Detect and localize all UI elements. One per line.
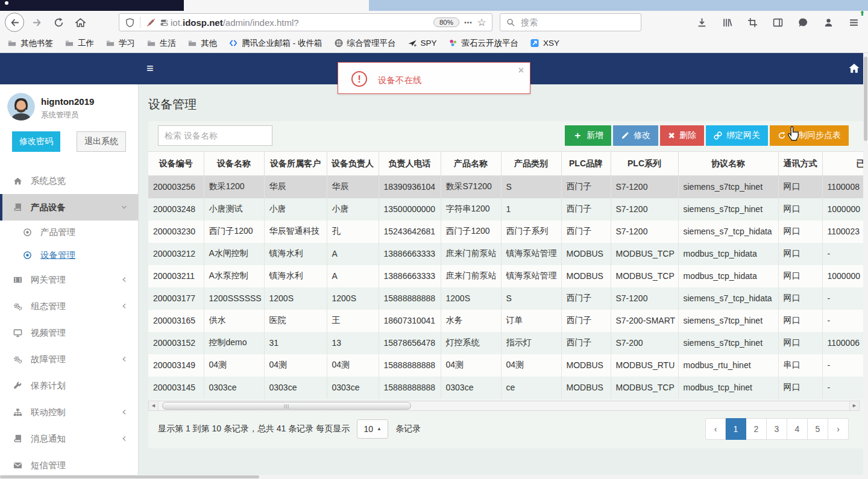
- url-bar[interactable]: iot.idosp.net/admin/index.html? 80% ••• …: [119, 13, 492, 31]
- sidebar-item-网关管理[interactable]: 网关管理: [0, 266, 138, 293]
- sidebar-item-产品设备[interactable]: 产品设备: [0, 194, 138, 221]
- table-row[interactable]: 200003212A水闸控制镇海水利A13886663333庶来门前泵站镇海泵站…: [148, 243, 863, 265]
- table-row[interactable]: 20000314904测04测04测1588888888804测04测MODBU…: [148, 354, 863, 377]
- scroll-right-arrow[interactable]: ►: [849, 401, 859, 410]
- sidebar-item-系统总览[interactable]: 系统总览: [0, 167, 138, 194]
- page-next-button[interactable]: ›: [828, 418, 849, 440]
- sidebar-item-联动控制[interactable]: 联动控制: [0, 399, 138, 425]
- sidebar-item-视频管理[interactable]: 视频管理: [0, 319, 138, 346]
- scroll-left-arrow[interactable]: ◄: [149, 401, 159, 410]
- avatar[interactable]: [7, 93, 35, 121]
- table-row[interactable]: 200003248小唐测试小唐小唐13500000000字符串12001西门子S…: [148, 198, 863, 221]
- sidebars-button[interactable]: [769, 13, 787, 31]
- column-header[interactable]: 设备编号: [148, 152, 204, 176]
- column-header[interactable]: PLC系列: [611, 152, 678, 176]
- downloads-button[interactable]: [693, 13, 711, 31]
- column-header[interactable]: 设备负责人: [327, 152, 379, 176]
- bookmark-item[interactable]: 生活: [146, 38, 176, 49]
- page-button-3[interactable]: 3: [767, 418, 787, 440]
- table-row[interactable]: 2000031450303ce0303ce0303ce1588888888803…: [148, 377, 863, 399]
- bookmark-star-icon[interactable]: ☆: [475, 16, 488, 29]
- bookmark-item[interactable]: 其他书签: [7, 38, 53, 49]
- url-text[interactable]: iot.idosp.net/admin/index.html?: [171, 17, 431, 28]
- page-actions-icon[interactable]: •••: [462, 19, 475, 26]
- table-cell: 数采S71200: [441, 176, 501, 198]
- change-password-button[interactable]: 修改密码: [12, 131, 60, 152]
- table-row[interactable]: 200003165供水医院王18607310041水务订单西门子S7-200-S…: [148, 310, 863, 332]
- sidebar-item-产品管理[interactable]: 产品管理: [0, 221, 138, 243]
- table-row[interactable]: 200003211A水泵控制镇海水利A13886663333庶来门前泵站镇海泵站…: [148, 265, 863, 287]
- zoom-level-badge[interactable]: 80%: [433, 17, 459, 27]
- force-sync-button[interactable]: 强制同步点表: [770, 125, 849, 146]
- sidebar-item-保养计划[interactable]: 保养计划: [0, 372, 138, 399]
- column-header[interactable]: 设备所属客户: [264, 152, 327, 176]
- delete-button[interactable]: ✖删除: [660, 125, 704, 146]
- table-cell: 网口: [778, 310, 822, 332]
- table-cell: 小唐: [327, 198, 379, 221]
- sidebar-toggle-icon[interactable]: ≡: [146, 63, 157, 74]
- back-button[interactable]: [5, 13, 24, 32]
- library-icon: [722, 17, 732, 28]
- bookmark-item[interactable]: 学习: [105, 38, 135, 49]
- permissions-icon[interactable]: [157, 18, 171, 27]
- page-button-2[interactable]: 2: [746, 418, 767, 440]
- sidebar-item-组态管理[interactable]: 组态管理: [0, 293, 138, 319]
- scrollbar-thumb[interactable]: |||: [162, 402, 411, 410]
- table-row[interactable]: 200003152控制demo311315878656478灯控系统指示灯西门子…: [148, 332, 863, 354]
- bookmark-item[interactable]: 综合管理平台: [334, 38, 396, 49]
- table-row[interactable]: 200003256数采1200华辰华辰18390936104数采S71200S西…: [148, 176, 863, 198]
- bookmark-item[interactable]: 其他: [187, 38, 217, 49]
- device-search-input[interactable]: [158, 125, 272, 146]
- navbar-home-icon[interactable]: [849, 63, 860, 75]
- page-prev-button[interactable]: ‹: [705, 418, 726, 440]
- column-header[interactable]: 负责人电话: [379, 152, 441, 176]
- bookmark-item[interactable]: SPY: [407, 39, 437, 48]
- vscrollbar-thumb[interactable]: [864, 57, 867, 141]
- bookmark-label: 其他书签: [20, 38, 53, 49]
- bookmark-item[interactable]: 工作: [64, 38, 94, 49]
- sidebar-item-短信管理[interactable]: 短信管理: [0, 452, 138, 475]
- browser-active-tab[interactable]: [0, 0, 184, 11]
- page-button-5[interactable]: 5: [808, 418, 828, 440]
- sidebar-item-故障管理[interactable]: 故障管理: [0, 346, 138, 372]
- column-header[interactable]: 产品类别: [501, 152, 561, 176]
- hscrollbar-thumb[interactable]: [0, 475, 259, 478]
- window-vertical-scrollbar[interactable]: [863, 53, 868, 475]
- pocket-button[interactable]: [794, 13, 812, 31]
- page-button-4[interactable]: 4: [787, 418, 808, 440]
- account-button[interactable]: [819, 13, 837, 31]
- column-header[interactable]: 产品名称: [441, 152, 501, 176]
- page-size-dropdown[interactable]: 10▲: [357, 419, 388, 439]
- column-header[interactable]: PLC品牌: [561, 152, 611, 176]
- column-header[interactable]: 协议名称: [678, 152, 778, 176]
- menu-button[interactable]: ⬆: [844, 13, 863, 31]
- browser-search-box[interactable]: [500, 13, 641, 31]
- blocked-pencil-icon[interactable]: [144, 18, 157, 27]
- reload-button[interactable]: [49, 13, 68, 31]
- column-header[interactable]: 通讯方式: [778, 152, 822, 176]
- bookmark-item[interactable]: 腾讯企业邮箱 - 收件箱: [228, 38, 322, 49]
- forward-button[interactable]: [28, 13, 46, 31]
- page-button-1[interactable]: 1: [726, 418, 746, 440]
- add-button[interactable]: ＋新增: [565, 125, 611, 146]
- table-row[interactable]: 200003230西门子1200华辰智通科技孔15243642681西门子120…: [148, 221, 863, 243]
- logout-button[interactable]: 退出系统: [77, 131, 126, 152]
- column-header[interactable]: 已绑定网关: [822, 152, 863, 176]
- window-horizontal-scrollbar[interactable]: [0, 475, 868, 479]
- column-header[interactable]: 设备名称: [204, 152, 264, 176]
- sidebar-item-消息通知[interactable]: 消息通知: [0, 425, 138, 452]
- sidebar-item-设备管理[interactable]: 设备管理: [0, 243, 138, 266]
- browser-search-input[interactable]: [521, 17, 636, 27]
- screenshot-button[interactable]: [743, 13, 761, 31]
- table-cell: A水泵控制: [204, 265, 264, 287]
- alert-close-icon[interactable]: ×: [518, 65, 524, 76]
- bookmark-item[interactable]: XSY: [530, 39, 559, 48]
- bookmark-item[interactable]: 萤石云开放平台: [448, 38, 519, 49]
- library-button[interactable]: [718, 13, 736, 31]
- table-row[interactable]: 2000031771200SSSSSS1200S1200S15888888888…: [148, 287, 863, 310]
- shield-icon[interactable]: [123, 18, 136, 27]
- bind-gateway-button[interactable]: 绑定网关: [706, 125, 768, 146]
- table-horizontal-scrollbar[interactable]: ◄ ||| ►: [148, 401, 860, 411]
- home-button[interactable]: [71, 13, 89, 31]
- edit-button[interactable]: 修改: [613, 125, 658, 146]
